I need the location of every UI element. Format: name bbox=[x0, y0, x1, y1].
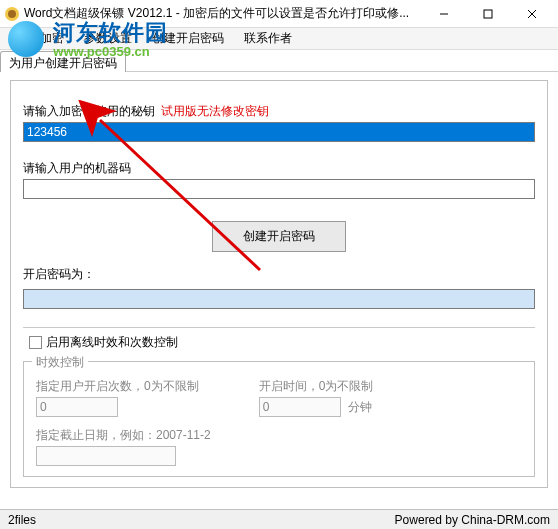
label-minutes: 分钟 bbox=[348, 400, 372, 414]
tab-strip: 为用户创建开启密码 bbox=[0, 50, 558, 72]
menubar: 文件加密 参数设置 创建开启密码 联系作者 bbox=[0, 28, 558, 50]
tab-create-pw[interactable]: 为用户创建开启密码 bbox=[0, 51, 126, 72]
label-open-count: 指定用户开启次数，0为不限制 bbox=[36, 378, 199, 395]
open-password-field[interactable] bbox=[23, 289, 535, 309]
window-title: Word文档超级保镖 V2012.1 - 加密后的文件可以设置是否允许打印或修.… bbox=[24, 5, 422, 22]
open-time-input[interactable] bbox=[259, 397, 341, 417]
label-open-time: 开启时间，0为不限制 bbox=[259, 378, 374, 395]
menu-contact-author[interactable]: 联系作者 bbox=[234, 28, 302, 49]
status-right: Powered by China-DRM.com bbox=[395, 513, 550, 527]
close-button[interactable] bbox=[510, 0, 554, 28]
menu-param-settings[interactable]: 参数设置 bbox=[74, 28, 142, 49]
label-deadline: 指定截止日期，例如：2007-11-2 bbox=[36, 427, 522, 444]
create-password-button[interactable]: 创建开启密码 bbox=[212, 221, 346, 252]
app-icon bbox=[4, 6, 20, 22]
maximize-button[interactable] bbox=[466, 0, 510, 28]
status-left: 2files bbox=[8, 513, 36, 527]
trial-note: 试用版无法修改密钥 bbox=[161, 103, 269, 120]
label-enter-secret: 请输入加密时使用的秘钥 bbox=[23, 103, 155, 120]
label-open-pw: 开启密码为： bbox=[23, 266, 95, 283]
label-machine-code: 请输入用户的机器码 bbox=[23, 160, 131, 177]
status-bar: 2files Powered by China-DRM.com bbox=[0, 509, 558, 529]
time-control-title: 时效控制 bbox=[32, 354, 88, 371]
menu-file-encrypt[interactable]: 文件加密 bbox=[6, 28, 74, 49]
minimize-button[interactable] bbox=[422, 0, 466, 28]
menu-create-open-pw[interactable]: 创建开启密码 bbox=[142, 28, 234, 49]
main-group: 请输入加密时使用的秘钥 试用版无法修改密钥 请输入用户的机器码 创建开启密码 开… bbox=[10, 80, 548, 488]
label-enable-offline: 启用离线时效和次数控制 bbox=[46, 334, 178, 351]
deadline-input[interactable] bbox=[36, 446, 176, 466]
window-titlebar: Word文档超级保镖 V2012.1 - 加密后的文件可以设置是否允许打印或修.… bbox=[0, 0, 558, 28]
content-panel: 请输入加密时使用的秘钥 试用版无法修改密钥 请输入用户的机器码 创建开启密码 开… bbox=[0, 72, 558, 496]
svg-rect-3 bbox=[484, 10, 492, 18]
enable-offline-checkbox[interactable] bbox=[29, 336, 42, 349]
machine-code-input[interactable] bbox=[23, 179, 535, 199]
secret-key-input[interactable] bbox=[23, 122, 535, 142]
svg-point-1 bbox=[8, 10, 16, 18]
time-control-group: 时效控制 指定用户开启次数，0为不限制 开启时间，0为不限制 分钟 指定截止日期… bbox=[23, 361, 535, 477]
open-count-input[interactable] bbox=[36, 397, 118, 417]
